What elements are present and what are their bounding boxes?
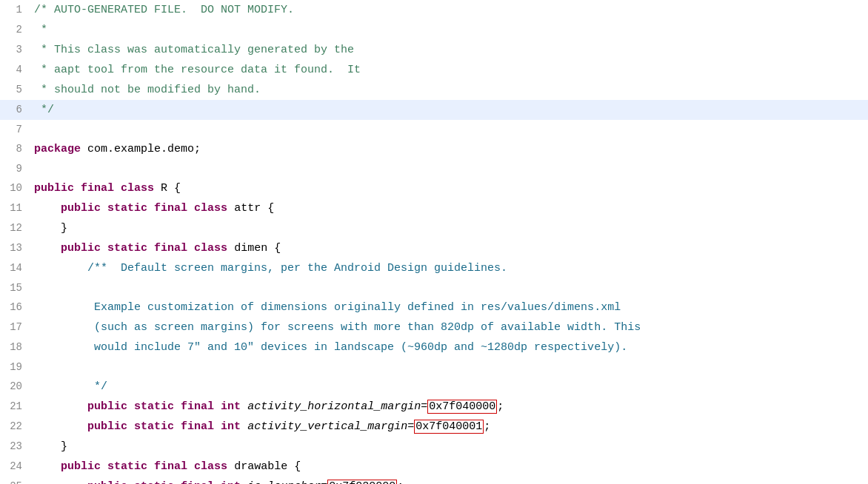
plain-token (187, 460, 194, 473)
keyword-token: final (154, 202, 187, 215)
code-line: 20 */ (0, 377, 868, 397)
plain-token: attr { (227, 202, 274, 215)
blue-comment-token: (such as screen margins) for screens wit… (94, 321, 641, 334)
line-content: public static final class drawable { (28, 457, 868, 477)
keyword-token: int (221, 400, 241, 413)
line-content: } (28, 219, 868, 238)
plain-token (241, 400, 247, 413)
plain-token (127, 400, 134, 413)
line-content: * aapt tool from the resource data it fo… (28, 61, 868, 80)
keyword-token: class (194, 460, 227, 473)
keyword-token: final (154, 242, 187, 255)
keyword-token: public (61, 242, 101, 255)
line-content: Example customization of dimensions orig… (28, 298, 868, 317)
line-content: * (28, 21, 868, 40)
keyword-token: final (181, 400, 214, 413)
hex-value-token: 0x7f040001 (414, 420, 484, 434)
plain-token: = (321, 480, 327, 484)
plain-token: dimen { (227, 242, 281, 255)
plain-token (147, 202, 154, 215)
line-content: public static final int activity_vertica… (28, 417, 868, 437)
keyword-token: final (81, 182, 114, 195)
code-line: ⊖11 public static final class attr { (0, 198, 868, 218)
comment-token: * (34, 24, 47, 36)
code-line: ⊖13 public static final class dimen { (0, 238, 868, 258)
keyword-token: class (194, 202, 227, 215)
line-content: * should not be modified by hand. (28, 81, 868, 100)
keyword-token: final (181, 480, 214, 484)
keyword-token: int (221, 420, 241, 433)
plain-token (114, 182, 121, 195)
plain-token (101, 242, 107, 255)
keyword-token: static (134, 400, 174, 413)
plain-token: = (407, 420, 414, 433)
plain-token: = (421, 400, 427, 413)
line-content: } (28, 437, 868, 457)
line-number: 22 (0, 417, 28, 436)
code-line: 21 public static final int activity_hori… (0, 397, 868, 417)
line-number: 17 (0, 317, 28, 337)
code-line: 12 } (0, 218, 868, 238)
keyword-token: final (181, 420, 214, 433)
comment-token: /* AUTO-GENERATED FILE. DO NOT MODIFY. (34, 4, 294, 16)
code-line: 7 (0, 120, 868, 139)
line-content: */ (28, 377, 868, 397)
hex-value-token: 0x7f040000 (427, 400, 497, 414)
code-line: 23 } (0, 437, 868, 457)
line-number: 19 (0, 357, 28, 377)
plain-token (101, 460, 107, 473)
plain-token (74, 182, 81, 195)
line-number: 23 (0, 437, 28, 456)
comment-token: * This class was automatically generated… (34, 44, 354, 56)
line-content: /* AUTO-GENERATED FILE. DO NOT MODIFY. (28, 1, 868, 20)
code-line: 10public final class R { (0, 178, 868, 198)
line-content: public static final class dimen { (28, 239, 868, 258)
keyword-token: public (87, 400, 127, 413)
blue-comment-token: Example customization of dimensions orig… (94, 301, 621, 314)
blue-comment-token: */ (94, 380, 107, 393)
plain-token (34, 420, 87, 433)
code-line: 22 public static final int activity_vert… (0, 417, 868, 437)
plain-token: ; (497, 400, 504, 413)
plain-token: ; (484, 420, 490, 433)
plain-token (187, 242, 194, 255)
line-content: public static final int activity_horizon… (28, 397, 868, 417)
code-line: 15 (0, 278, 868, 298)
line-number: 2 (0, 20, 28, 39)
plain-token (127, 480, 134, 484)
plain-token (101, 202, 107, 215)
plain-token (34, 380, 94, 393)
plain-token (127, 420, 134, 433)
plain-token: } (34, 222, 67, 235)
line-content: public static final class attr { (28, 199, 868, 218)
plain-token: R { (154, 182, 181, 195)
keyword-token: public (87, 420, 127, 433)
line-content: package com.example.demo; (28, 140, 868, 159)
plain-token (34, 460, 61, 473)
keyword-token: static (107, 242, 147, 255)
line-number: ⊖13 (0, 238, 28, 258)
code-line: 4 * aapt tool from the resource data it … (0, 60, 868, 80)
plain-token (214, 400, 221, 413)
line-number: 18 (0, 337, 28, 357)
line-number: ⊖11 (0, 198, 28, 218)
line-number: 15 (0, 278, 28, 298)
code-line: 19 (0, 357, 868, 377)
plain-token (34, 480, 87, 484)
plain-token (34, 262, 87, 275)
line-number: 9 (0, 159, 28, 178)
keyword-token: static (107, 202, 147, 215)
line-number: 7 (0, 120, 28, 139)
keyword-token: final (154, 460, 187, 473)
plain-token (241, 420, 247, 433)
code-line: 8package com.example.demo; (0, 139, 868, 159)
line-content: would include 7" and 10" devices in land… (28, 338, 868, 357)
keyword-token: static (134, 420, 174, 433)
line-number: 5 (0, 80, 28, 99)
line-number: 6 (0, 100, 28, 119)
line-content: /** Default screen margins, per the Andr… (28, 259, 868, 278)
keyword-token: static (134, 480, 174, 484)
keyword-token: static (107, 460, 147, 473)
plain-token (187, 202, 194, 215)
code-line: 17 (such as screen margins) for screens … (0, 317, 868, 337)
